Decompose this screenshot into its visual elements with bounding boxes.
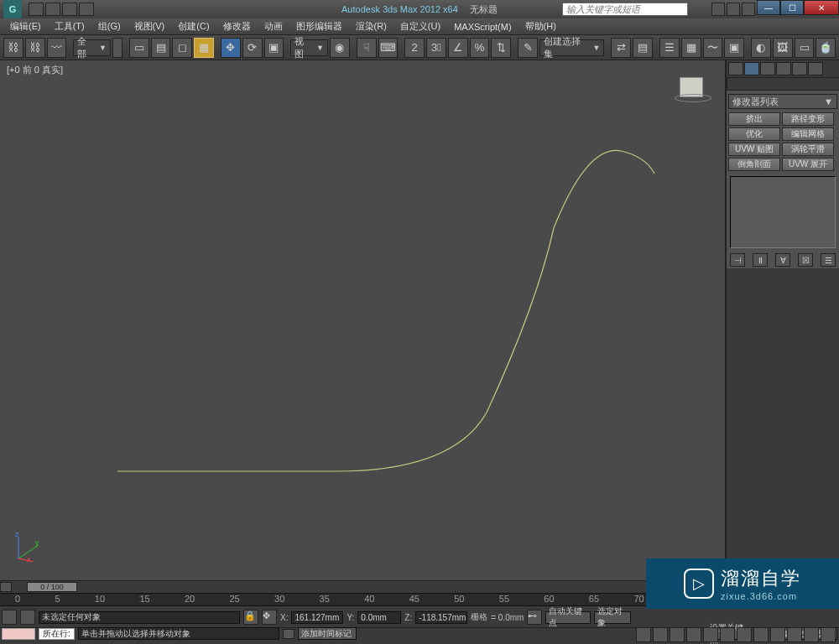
render-frame-icon[interactable]: ▭ bbox=[795, 38, 815, 58]
curve-editor-icon[interactable]: 〜 bbox=[703, 38, 723, 58]
close-button[interactable]: ✕ bbox=[804, 0, 839, 15]
script-listener-output[interactable] bbox=[2, 628, 35, 640]
menu-create[interactable]: 创建(C) bbox=[171, 18, 216, 34]
menu-animation[interactable]: 动画 bbox=[258, 18, 289, 34]
select-object-icon[interactable]: ▭ bbox=[129, 38, 149, 58]
menu-tools[interactable]: 工具(T) bbox=[48, 18, 91, 34]
x-coord-input[interactable]: 161.127mm bbox=[291, 611, 343, 624]
material-editor-icon[interactable]: ◐ bbox=[751, 38, 771, 58]
timeconfig-icon[interactable]: ⊷ bbox=[527, 610, 542, 625]
infocenter-icon[interactable] bbox=[711, 3, 725, 16]
use-center-icon[interactable]: ◉ bbox=[330, 38, 350, 58]
select-manipulate-icon[interactable]: ☟ bbox=[357, 38, 377, 58]
align-icon[interactable]: ▤ bbox=[633, 38, 653, 58]
keysel-combo[interactable]: 选定对象 bbox=[594, 611, 631, 624]
spinner-snap-icon[interactable]: ⇅ bbox=[491, 38, 511, 58]
filter-flyout-icon[interactable] bbox=[112, 38, 122, 58]
y-coord-input[interactable]: 0.0mm bbox=[357, 611, 401, 624]
tab-utilities-icon[interactable] bbox=[808, 62, 823, 75]
goto-end-icon[interactable] bbox=[703, 627, 718, 642]
edit-named-sel-icon[interactable]: ✎ bbox=[518, 38, 538, 58]
select-rotate-icon[interactable]: ⟳ bbox=[242, 38, 263, 58]
mirror-icon[interactable]: ⇄ bbox=[611, 38, 631, 58]
make-unique-icon[interactable]: ∀ bbox=[775, 253, 790, 267]
tab-modify-icon[interactable] bbox=[744, 62, 759, 75]
zoom-all-icon[interactable] bbox=[737, 627, 752, 642]
orbit-icon[interactable] bbox=[804, 627, 819, 642]
snap-2d-icon[interactable]: 2 bbox=[404, 38, 425, 58]
minimize-button[interactable]: — bbox=[757, 0, 780, 15]
link-icon[interactable]: ⛓ bbox=[3, 38, 23, 58]
isolate-icon[interactable]: 🔒 bbox=[243, 610, 258, 625]
z-coord-input[interactable]: -118.157mm bbox=[415, 611, 467, 624]
timetag-prev-icon[interactable] bbox=[283, 629, 294, 639]
tab-display-icon[interactable] bbox=[792, 62, 807, 75]
timeslider-left-icon[interactable] bbox=[0, 582, 12, 592]
zoom-extents-icon[interactable] bbox=[753, 627, 769, 642]
select-move-icon[interactable]: ✥ bbox=[221, 38, 241, 58]
configure-sets-icon[interactable]: ☰ bbox=[821, 253, 836, 267]
menu-help[interactable]: 帮助(H) bbox=[519, 18, 563, 34]
graphite-icon[interactable]: ▦ bbox=[681, 38, 701, 58]
maximize-viewport-icon[interactable] bbox=[821, 627, 836, 642]
snap-3d-icon[interactable]: 3ͨ bbox=[426, 38, 446, 58]
mod-pathdeform-button[interactable]: 路径变形 bbox=[782, 112, 834, 126]
viewport[interactable]: [+0 前 0 真实] z y x bbox=[0, 60, 726, 580]
menu-grapheditors[interactable]: 图形编辑器 bbox=[289, 18, 349, 34]
pin-stack-icon[interactable]: ⊣ bbox=[730, 253, 745, 267]
angle-snap-icon[interactable]: ∠ bbox=[448, 38, 468, 58]
app-logo[interactable]: G bbox=[3, 0, 22, 18]
menu-group[interactable]: 组(G) bbox=[91, 18, 128, 34]
mod-uvwmap-button[interactable]: UVW 贴图 bbox=[728, 143, 780, 156]
qat-new-icon[interactable] bbox=[29, 3, 44, 16]
lock-selection-icon[interactable] bbox=[20, 610, 35, 625]
menu-edit[interactable]: 编辑(E) bbox=[3, 18, 48, 34]
next-frame-icon[interactable] bbox=[686, 627, 701, 642]
mod-optimize-button[interactable]: 优化 bbox=[728, 127, 780, 141]
object-name-input[interactable] bbox=[727, 77, 839, 91]
prev-frame-icon[interactable] bbox=[653, 627, 668, 642]
modifier-stack[interactable] bbox=[730, 176, 836, 248]
ref-coord-combo[interactable]: 视图▼ bbox=[290, 39, 328, 56]
schematic-view-icon[interactable]: ▣ bbox=[724, 38, 744, 58]
layers-icon[interactable]: ☰ bbox=[659, 38, 680, 58]
qat-undo-icon[interactable] bbox=[45, 3, 60, 16]
search-input[interactable] bbox=[562, 3, 688, 16]
add-timetag-button[interactable]: 添加时间标记 bbox=[298, 627, 357, 640]
favorites-icon[interactable] bbox=[727, 3, 740, 16]
fov-icon[interactable] bbox=[770, 627, 785, 642]
bind-spacewarp-icon[interactable]: 〰 bbox=[47, 38, 67, 58]
maximize-button[interactable]: ☐ bbox=[780, 0, 804, 15]
tab-create-icon[interactable] bbox=[728, 62, 743, 75]
mod-turbosmooth-button[interactable]: 涡轮平滑 bbox=[782, 143, 834, 156]
remove-modifier-icon[interactable]: ☒ bbox=[798, 253, 813, 267]
named-selection-combo[interactable]: 创建选择集▼ bbox=[539, 39, 604, 56]
time-slider-handle[interactable]: 0 / 100 bbox=[27, 582, 77, 592]
absolute-relative-icon[interactable]: ✥ bbox=[262, 610, 277, 625]
menu-rendering[interactable]: 渲染(R) bbox=[349, 18, 393, 34]
keyboard-shortcut-icon[interactable]: ⌨ bbox=[378, 38, 399, 58]
menu-modifiers[interactable]: 修改器 bbox=[216, 18, 258, 34]
unlink-icon[interactable]: ⛓ bbox=[25, 38, 45, 58]
percent-snap-icon[interactable]: % bbox=[470, 38, 490, 58]
zoom-icon[interactable] bbox=[720, 627, 735, 642]
menu-customize[interactable]: 自定义(U) bbox=[393, 18, 447, 34]
select-by-name-icon[interactable]: ▤ bbox=[151, 38, 171, 58]
play-icon[interactable] bbox=[670, 627, 685, 642]
render-setup-icon[interactable]: 🖼 bbox=[773, 38, 793, 58]
mod-editmesh-button[interactable]: 编辑网格 bbox=[782, 127, 834, 141]
mod-extrude-button[interactable]: 挤出 bbox=[728, 112, 780, 126]
tab-hierarchy-icon[interactable] bbox=[760, 62, 775, 75]
pan-icon[interactable] bbox=[787, 627, 802, 642]
qat-dropdown-icon[interactable] bbox=[79, 3, 94, 16]
autokey-button[interactable]: 自动关键点 bbox=[545, 611, 591, 624]
selection-filter-combo[interactable]: 全部▼ bbox=[73, 39, 111, 56]
qat-redo-icon[interactable] bbox=[62, 3, 77, 16]
window-crossing-icon[interactable]: ▦ bbox=[194, 38, 214, 58]
maxscript-mini-icon[interactable] bbox=[2, 610, 17, 625]
select-region-icon[interactable]: ◻ bbox=[172, 38, 192, 58]
mod-bevelprofile-button[interactable]: 倒角剖面 bbox=[728, 158, 780, 171]
tab-motion-icon[interactable] bbox=[776, 62, 791, 75]
show-end-result-icon[interactable]: Ⅱ bbox=[753, 253, 768, 267]
goto-start-icon[interactable] bbox=[636, 627, 651, 642]
